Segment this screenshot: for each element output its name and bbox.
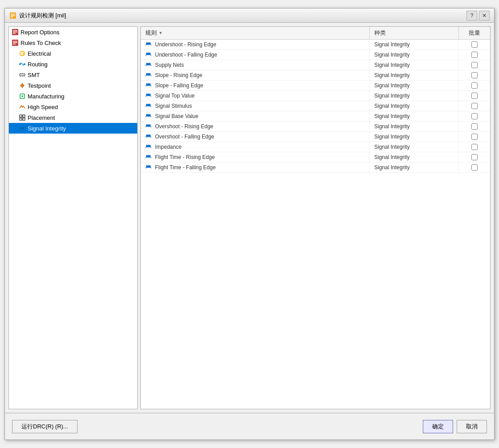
rule-cell-6: Signal Stimulus — [141, 101, 370, 111]
rule-label-2: Supply Nets — [155, 62, 184, 68]
batch-cell-2[interactable] — [459, 60, 490, 70]
table-row: Flight Time - Falling EdgeSignal Integri… — [141, 163, 490, 173]
routing-icon — [19, 61, 26, 68]
signal-wave-icon-5 — [145, 93, 153, 99]
batch-checkbox-4[interactable] — [471, 82, 478, 89]
ok-button[interactable]: 确定 — [423, 420, 453, 433]
svg-rect-30 — [23, 115, 25, 117]
tree-item-electrical[interactable]: ⚡Electrical — [9, 48, 137, 59]
batch-checkbox-7[interactable] — [471, 113, 478, 119]
table-row: Slope - Falling EdgeSignal Integrity — [141, 81, 490, 91]
tree-label-electrical: Electrical — [28, 50, 51, 57]
svg-rect-29 — [20, 115, 22, 117]
svg-rect-16 — [20, 74, 25, 76]
right-panel: 规则 ▼ 种类 批量 Undershoot - Rising EdgeSigna… — [140, 26, 491, 409]
tree-item-testpoint[interactable]: Testpoint — [9, 80, 137, 91]
cancel-button[interactable]: 取消 — [457, 420, 487, 433]
rules-icon — [12, 39, 19, 46]
run-drc-button[interactable]: 运行DRC(R) (R)... — [12, 420, 78, 433]
batch-checkbox-2[interactable] — [471, 62, 478, 68]
rule-label-11: Flight Time - Rising Edge — [155, 154, 215, 160]
batch-cell-7[interactable] — [459, 111, 490, 121]
svg-rect-2 — [11, 15, 15, 16]
kind-cell-4: Signal Integrity — [370, 81, 459, 90]
signal-wave-icon-9 — [145, 134, 153, 140]
batch-cell-4[interactable] — [459, 81, 490, 90]
dialog-title: 设计规则检测 [mil] — [19, 12, 66, 20]
batch-checkbox-0[interactable] — [471, 41, 478, 48]
rule-label-5: Signal Top Value — [155, 93, 195, 99]
signalintegrity-icon — [19, 125, 26, 132]
tree-item-routing[interactable]: Routing — [9, 59, 137, 69]
table-row: Slope - Rising EdgeSignal Integrity — [141, 70, 490, 81]
rule-cell-11: Flight Time - Rising Edge — [141, 152, 370, 162]
header-kind-label: 种类 — [374, 29, 386, 37]
batch-checkbox-1[interactable] — [471, 52, 478, 58]
tree-label-placement: Placement — [28, 114, 55, 121]
svg-rect-1 — [11, 14, 15, 15]
batch-cell-8[interactable] — [459, 122, 490, 131]
rule-label-3: Slope - Rising Edge — [155, 72, 202, 78]
sort-icon: ▼ — [159, 31, 163, 35]
testpoint-icon — [19, 82, 26, 89]
batch-cell-11[interactable] — [459, 152, 490, 162]
svg-rect-32 — [23, 118, 25, 120]
tree-item-placement[interactable]: Placement — [9, 112, 137, 123]
tree-label-rules-to-check: Rules To Check — [20, 40, 61, 46]
batch-checkbox-6[interactable] — [471, 103, 478, 109]
kind-cell-9: Signal Integrity — [370, 132, 459, 142]
help-button[interactable]: ? — [466, 11, 477, 20]
tree-item-rules-to-check[interactable]: Rules To Check — [9, 37, 137, 48]
rule-label-9: Overshoot - Falling Edge — [155, 134, 214, 140]
app-icon — [9, 12, 16, 19]
batch-cell-12[interactable] — [459, 163, 490, 172]
batch-checkbox-9[interactable] — [471, 134, 478, 140]
rule-cell-1: Undershoot - Falling Edge — [141, 50, 370, 60]
signal-wave-icon-12 — [145, 164, 153, 171]
rule-label-6: Signal Stimulus — [155, 103, 192, 109]
header-batch: 批量 — [459, 27, 490, 39]
signal-wave-icon-0 — [145, 41, 153, 48]
svg-rect-3 — [11, 16, 13, 17]
batch-checkbox-5[interactable] — [471, 93, 478, 99]
rule-cell-2: Supply Nets — [141, 60, 370, 70]
batch-checkbox-8[interactable] — [471, 123, 478, 130]
tree-item-smt[interactable]: SMT — [9, 69, 137, 80]
batch-checkbox-11[interactable] — [471, 154, 478, 160]
close-button[interactable]: ✕ — [479, 11, 490, 20]
table-body: Undershoot - Rising EdgeSignal Integrity… — [141, 40, 490, 409]
title-bar-buttons: ? ✕ — [466, 11, 490, 20]
svg-rect-6 — [13, 32, 17, 33]
batch-checkbox-3[interactable] — [471, 72, 478, 78]
kind-cell-7: Signal Integrity — [370, 111, 459, 121]
signal-wave-icon-10 — [145, 144, 153, 150]
batch-cell-6[interactable] — [459, 101, 490, 111]
svg-rect-5 — [13, 30, 17, 31]
tree-label-routing: Routing — [28, 61, 48, 68]
svg-point-15 — [24, 63, 25, 65]
batch-cell-3[interactable] — [459, 70, 490, 80]
signal-wave-icon-11 — [145, 154, 153, 160]
batch-cell-0[interactable] — [459, 40, 490, 49]
tree-item-high-speed[interactable]: High Speed — [9, 102, 137, 112]
table-row: Supply NetsSignal Integrity — [141, 60, 490, 70]
signal-wave-icon-1 — [145, 52, 153, 58]
batch-cell-1[interactable] — [459, 50, 490, 60]
batch-cell-10[interactable] — [459, 142, 490, 152]
batch-cell-9[interactable] — [459, 132, 490, 142]
batch-checkbox-12[interactable] — [471, 164, 478, 171]
tree-item-signal-integrity[interactable]: Signal Integrity — [9, 123, 137, 134]
rule-cell-9: Overshoot - Falling Edge — [141, 132, 370, 142]
table-row: Undershoot - Rising EdgeSignal Integrity — [141, 40, 490, 50]
electrical-icon: ⚡ — [19, 50, 26, 57]
tree-item-manufacturing[interactable]: Manufacturing — [9, 91, 137, 102]
kind-cell-2: Signal Integrity — [370, 60, 459, 70]
table-row: Overshoot - Falling EdgeSignal Integrity — [141, 132, 490, 142]
rule-label-8: Overshoot - Rising Edge — [155, 123, 213, 130]
rule-cell-7: Signal Base Value — [141, 111, 370, 121]
tree-item-report-options[interactable]: Report Options — [9, 27, 137, 37]
svg-rect-10 — [13, 42, 17, 43]
batch-cell-5[interactable] — [459, 91, 490, 101]
rule-cell-12: Flight Time - Falling Edge — [141, 163, 370, 172]
batch-checkbox-10[interactable] — [471, 144, 478, 150]
